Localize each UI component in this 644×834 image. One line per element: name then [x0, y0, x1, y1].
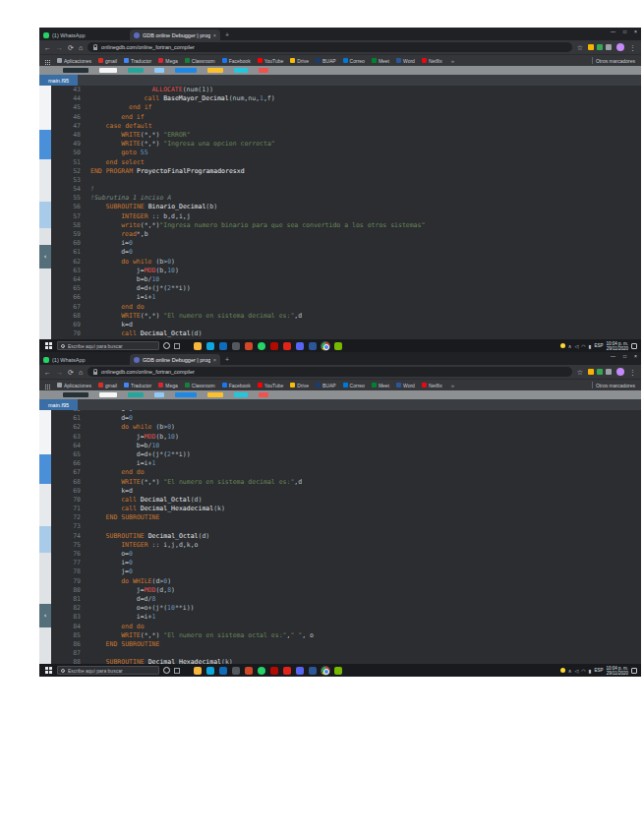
toolbar-chip[interactable] — [154, 68, 164, 73]
tray-icon[interactable]: ▮ — [589, 343, 592, 349]
bookmarks-overflow-icon[interactable]: » — [451, 383, 454, 388]
home-icon[interactable]: ⌂ — [79, 44, 83, 51]
url-field[interactable]: onlinegdb.com/online_fortran_compiler — [88, 42, 572, 52]
photos-icon[interactable] — [232, 342, 240, 350]
bookmark-item[interactable]: Netflix — [422, 383, 442, 388]
cortana-icon[interactable] — [163, 342, 170, 349]
bookmark-item[interactable]: Netflix — [422, 58, 442, 64]
extension-2-icon[interactable] — [597, 44, 603, 50]
bookmarks-overflow-icon[interactable]: » — [451, 58, 454, 64]
bookmark-item[interactable]: Correo — [343, 58, 365, 64]
whatsapp-icon[interactable] — [258, 342, 265, 350]
toolbar-chip[interactable] — [259, 68, 268, 73]
toolbar-chip[interactable] — [99, 68, 117, 73]
tray-icon[interactable]: ◁ — [574, 668, 578, 674]
taskbar-search-input[interactable]: Escribe aquí para buscar — [57, 341, 159, 350]
profile-avatar[interactable] — [616, 43, 624, 51]
other-bookmarks[interactable]: Otros marcadores — [592, 382, 635, 388]
task-view-icon[interactable] — [174, 668, 180, 674]
bookmark-item[interactable]: Word — [396, 383, 415, 388]
maximize-button[interactable]: □ — [623, 29, 626, 34]
url-field[interactable]: onlinegdb.com/online_fortran_compiler — [88, 367, 572, 377]
tab-onlinegdb[interactable]: GDB online Debugger | programa × — [130, 354, 220, 365]
close-button[interactable]: × — [634, 353, 637, 359]
bookmark-item[interactable]: Word — [396, 58, 415, 64]
bookmark-item[interactable]: gmail — [98, 383, 117, 388]
minimize-button[interactable]: — — [611, 353, 615, 359]
discord-icon[interactable] — [296, 667, 304, 675]
kebab-menu-icon[interactable]: ⋮ — [629, 369, 636, 376]
home-icon[interactable]: ⌂ — [79, 369, 83, 376]
tray-icon[interactable]: ◠ — [581, 343, 585, 349]
taskbar-clock[interactable]: 10:04 p. m. 29/11/2020 — [606, 341, 628, 351]
mail-icon[interactable] — [219, 342, 227, 350]
language-indicator[interactable]: ESP — [594, 668, 603, 673]
bookmark-item[interactable]: Classroom — [185, 58, 215, 64]
new-tab-button[interactable]: + — [225, 356, 229, 363]
tray-icon[interactable]: ∧ — [568, 343, 572, 349]
kebab-menu-icon[interactable]: ⋮ — [629, 44, 636, 51]
bookmark-star-icon[interactable]: ☆ — [577, 369, 583, 376]
photos-icon[interactable] — [232, 667, 240, 675]
toolbar-chip[interactable] — [259, 392, 268, 397]
start-button[interactable] — [43, 339, 53, 352]
nvidia-icon[interactable] — [334, 342, 342, 350]
word-icon[interactable] — [309, 342, 317, 350]
bookmark-item[interactable]: YouTube — [258, 58, 284, 64]
tab-whatsapp[interactable]: (1) WhatsApp — [39, 30, 130, 40]
bookmark-star-icon[interactable]: ☆ — [577, 44, 583, 51]
tab-close-icon[interactable]: × — [213, 32, 216, 38]
bookmark-item[interactable]: gmail — [98, 58, 117, 64]
toolbar-chip[interactable] — [207, 68, 223, 73]
toolbar-chip[interactable] — [234, 392, 248, 397]
tray-icon[interactable]: ◁ — [574, 343, 578, 349]
close-button[interactable]: × — [634, 29, 637, 34]
toolbar-chip[interactable] — [99, 392, 117, 397]
code-editor[interactable]: ‹ 60i=061d=062do while (b>0)63j=MOD(b,10… — [39, 410, 641, 664]
profile-avatar[interactable] — [616, 368, 624, 376]
tab-close-icon[interactable]: × — [213, 357, 216, 363]
extension-3-icon[interactable] — [606, 369, 612, 375]
notification-center-icon[interactable] — [631, 343, 637, 349]
acrobat-icon[interactable] — [270, 342, 278, 350]
toolbar-chip[interactable] — [154, 392, 164, 397]
file-tab-main-f95[interactable]: main.f95 — [39, 75, 78, 86]
collapse-panel-button[interactable]: ‹ — [39, 245, 51, 268]
forward-icon[interactable]: → — [56, 44, 63, 51]
bookmark-item[interactable]: Traductor — [124, 58, 151, 64]
language-indicator[interactable]: ESP — [594, 343, 603, 348]
task-view-icon[interactable] — [174, 343, 180, 349]
toolbar-chip[interactable] — [63, 392, 88, 397]
tray-icon[interactable]: ◠ — [581, 668, 585, 674]
bookmark-item[interactable]: BUAP — [316, 383, 336, 388]
bookmark-item[interactable]: Correo — [343, 383, 365, 388]
taskbar-search-input[interactable]: Escribe aquí para buscar — [57, 666, 159, 675]
extension-2-icon[interactable] — [597, 369, 603, 375]
cortana-icon[interactable] — [163, 667, 170, 674]
weather-icon[interactable] — [560, 668, 565, 673]
toolbar-chip[interactable] — [207, 392, 223, 397]
reload-icon[interactable]: ⟳ — [68, 44, 74, 51]
bookmark-item[interactable]: Meet — [372, 383, 389, 388]
file-explorer-icon[interactable] — [194, 342, 202, 350]
maximize-button[interactable]: □ — [623, 353, 626, 359]
tab-onlinegdb[interactable]: GDB online Debugger | programa × — [130, 30, 220, 40]
weather-icon[interactable] — [560, 343, 565, 348]
apps-grid-icon[interactable] — [45, 385, 46, 386]
chrome-icon[interactable] — [322, 667, 329, 675]
taskbar-clock[interactable]: 10:04 p. m. 29/11/2020 — [606, 666, 628, 676]
apps-grid-icon[interactable] — [45, 60, 46, 61]
bookmark-item[interactable]: Drive — [290, 383, 309, 388]
word-icon[interactable] — [309, 667, 317, 675]
notification-center-icon[interactable] — [631, 668, 637, 674]
bookmark-item[interactable]: Facebook — [222, 58, 251, 64]
other-bookmarks[interactable]: Otros marcadores — [592, 57, 635, 64]
file-explorer-icon[interactable] — [194, 667, 202, 675]
nvidia-icon[interactable] — [334, 667, 342, 675]
adobe-reader-icon[interactable] — [283, 342, 291, 350]
toolbar-chip[interactable] — [128, 392, 144, 397]
toolbar-chip[interactable] — [63, 68, 88, 73]
toolbar-chip[interactable] — [175, 68, 197, 73]
bookmark-item[interactable]: Meet — [372, 58, 389, 64]
bookmark-item[interactable]: YouTube — [258, 383, 284, 388]
